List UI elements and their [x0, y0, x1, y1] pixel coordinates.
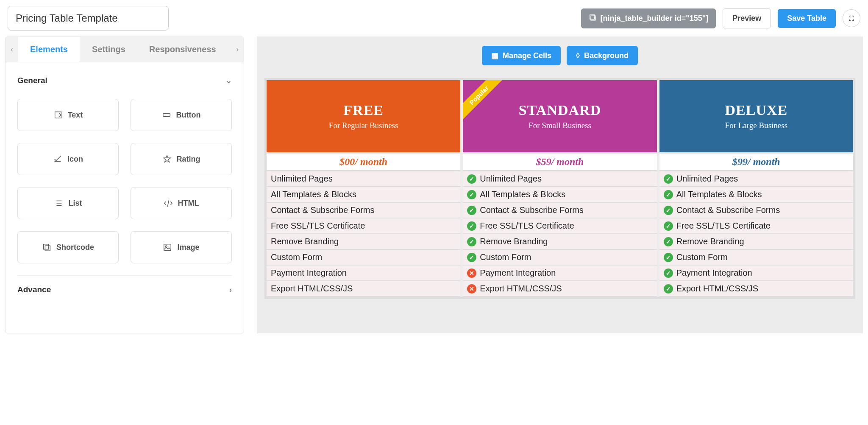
- chevron-down-icon: ⌄: [225, 76, 232, 85]
- plan-column-std[interactable]: Popular STANDARD For Small Business $59/…: [463, 80, 657, 297]
- plan-header-dlx[interactable]: DELUXE For Large Business: [659, 80, 853, 152]
- plan-price[interactable]: $99/ month: [659, 152, 853, 171]
- check-icon: ✓: [467, 190, 476, 199]
- feature-row[interactable]: Custom Form: [267, 250, 460, 266]
- tab-elements[interactable]: Elements: [18, 37, 80, 62]
- plan-price[interactable]: $00/ month: [267, 152, 460, 171]
- check-icon: ✓: [664, 190, 673, 199]
- element-shortcode-label: Shortcode: [56, 243, 94, 252]
- grid-icon: ▦: [491, 51, 498, 60]
- plan-header-free[interactable]: FREE For Regular Business: [267, 80, 460, 152]
- check-icon: ✓: [664, 237, 673, 246]
- feature-label: Remove Branding: [480, 237, 548, 246]
- element-rating-label: Rating: [177, 155, 200, 164]
- cross-icon: ✕: [467, 268, 476, 278]
- feature-row[interactable]: ✓Free SSL/TLS Certificate: [659, 218, 853, 234]
- feature-label: Custom Form: [480, 252, 531, 262]
- check-icon: ✓: [664, 221, 673, 231]
- feature-row[interactable]: ✓Remove Branding: [659, 234, 853, 250]
- element-html[interactable]: HTML: [131, 187, 232, 219]
- feature-row[interactable]: Unlimited Pages: [267, 171, 460, 187]
- background-label: Background: [584, 51, 629, 60]
- check-icon: ✓: [664, 284, 673, 294]
- feature-row[interactable]: ✓Free SSL/TLS Certificate: [463, 218, 657, 234]
- feature-label: Unlimited Pages: [676, 174, 738, 184]
- element-text-label: Text: [68, 111, 83, 120]
- feature-row[interactable]: ✓Custom Form: [659, 250, 853, 266]
- shortcode-icon: [589, 14, 596, 23]
- feature-row[interactable]: ✓Contact & Subscribe Forms: [463, 203, 657, 218]
- fullscreen-button[interactable]: [843, 9, 860, 27]
- feature-row[interactable]: ✓Unlimited Pages: [659, 171, 853, 187]
- check-icon: ✓: [664, 206, 673, 215]
- feature-label: Payment Integration: [271, 268, 347, 278]
- section-general-toggle[interactable]: General ⌄: [17, 67, 232, 95]
- plan-column-free[interactable]: FREE For Regular Business $00/ month Unl…: [267, 80, 460, 297]
- pricing-table[interactable]: FREE For Regular Business $00/ month Unl…: [264, 78, 855, 299]
- element-list[interactable]: List: [17, 187, 119, 219]
- tab-scroll-right[interactable]: ›: [231, 45, 244, 54]
- feature-row[interactable]: ✓Payment Integration: [659, 266, 853, 281]
- feature-row[interactable]: ✓All Templates & Blocks: [463, 187, 657, 203]
- plan-price[interactable]: $59/ month: [463, 152, 657, 171]
- preview-button[interactable]: Preview: [723, 8, 771, 28]
- feature-label: Contact & Subscribe Forms: [676, 205, 780, 215]
- element-icon-label: Icon: [67, 155, 83, 164]
- feature-label: Payment Integration: [676, 268, 752, 278]
- element-button[interactable]: Button: [131, 99, 232, 131]
- feature-row[interactable]: ✓Remove Branding: [463, 234, 657, 250]
- feature-row[interactable]: ✕Export HTML/CSS/JS: [463, 281, 657, 297]
- element-rating[interactable]: Rating: [131, 143, 232, 175]
- plan-header-std[interactable]: Popular STANDARD For Small Business: [463, 80, 657, 152]
- feature-row[interactable]: ✓Export HTML/CSS/JS: [659, 281, 853, 297]
- tab-settings[interactable]: Settings: [80, 37, 137, 62]
- svg-rect-4: [44, 244, 49, 249]
- feature-row[interactable]: Free SSL/TLS Certificate: [267, 218, 460, 234]
- element-image[interactable]: Image: [131, 231, 232, 263]
- feature-label: All Templates & Blocks: [480, 190, 565, 199]
- feature-row[interactable]: All Templates & Blocks: [267, 187, 460, 203]
- feature-label: Export HTML/CSS/JS: [480, 284, 562, 294]
- feature-label: Unlimited Pages: [271, 174, 333, 184]
- plan-tagline: For Small Business: [529, 121, 591, 130]
- check-icon: ✓: [467, 174, 476, 184]
- feature-row[interactable]: ✕Payment Integration: [463, 266, 657, 281]
- tab-scroll-left[interactable]: ‹: [6, 45, 18, 54]
- sidebar-tabs: ‹ Elements Settings Responsiveness ›: [6, 37, 244, 62]
- feature-row[interactable]: Remove Branding: [267, 234, 460, 250]
- element-text[interactable]: Text: [17, 99, 119, 131]
- feature-row[interactable]: ✓Contact & Subscribe Forms: [659, 203, 853, 218]
- feature-row[interactable]: ✓All Templates & Blocks: [659, 187, 853, 203]
- feature-row[interactable]: Payment Integration: [267, 266, 460, 281]
- element-image-label: Image: [177, 243, 199, 252]
- section-advance-toggle[interactable]: Advance ›: [17, 275, 232, 304]
- plan-name: FREE: [343, 102, 384, 118]
- element-shortcode[interactable]: Shortcode: [17, 231, 119, 263]
- feature-row[interactable]: Contact & Subscribe Forms: [267, 203, 460, 218]
- feature-row[interactable]: ✓Custom Form: [463, 250, 657, 266]
- check-icon: ✓: [664, 253, 673, 262]
- shortcode-display[interactable]: [ninja_table_builder id="155"]: [581, 8, 716, 28]
- background-button[interactable]: ◊ Background: [567, 46, 638, 65]
- check-icon: ✓: [467, 221, 476, 231]
- feature-label: Custom Form: [271, 252, 322, 262]
- top-bar: [ninja_table_builder id="155"] Preview S…: [0, 0, 868, 36]
- feature-label: Export HTML/CSS/JS: [271, 284, 353, 294]
- feature-label: Unlimited Pages: [480, 174, 542, 184]
- feature-row[interactable]: Export HTML/CSS/JS: [267, 281, 460, 297]
- shortcode-text: [ninja_table_builder id="155"]: [601, 14, 709, 23]
- element-list-label: List: [68, 199, 82, 208]
- manage-cells-button[interactable]: ▦ Manage Cells: [482, 46, 561, 65]
- table-title-input[interactable]: [8, 6, 169, 31]
- element-button-label: Button: [176, 111, 201, 120]
- chevron-right-icon: ›: [229, 285, 232, 294]
- tab-responsiveness[interactable]: Responsiveness: [137, 37, 228, 62]
- feature-row[interactable]: ✓Unlimited Pages: [463, 171, 657, 187]
- element-icon[interactable]: Icon: [17, 143, 119, 175]
- canvas-area: ▦ Manage Cells ◊ Background FREE For Reg…: [257, 36, 863, 333]
- feature-label: Remove Branding: [271, 237, 339, 246]
- paint-icon: ◊: [576, 51, 580, 60]
- svg-rect-3: [163, 113, 170, 116]
- save-table-button[interactable]: Save Table: [778, 9, 836, 28]
- plan-column-dlx[interactable]: DELUXE For Large Business $99/ month ✓Un…: [659, 80, 853, 297]
